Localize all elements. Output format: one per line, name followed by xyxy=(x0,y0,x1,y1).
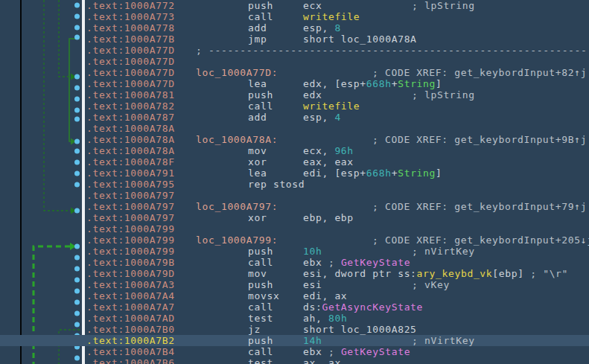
code-token: ; --------------------------------------… xyxy=(196,45,588,56)
listing-row[interactable]: .text:1000A77D xyxy=(0,56,589,67)
code-token: ; xyxy=(328,346,341,357)
listing-row[interactable]: .text:1000A799 xyxy=(0,223,589,234)
code-token: ecx xyxy=(303,0,322,11)
code-token: call xyxy=(248,257,273,268)
code-segment: ebx ; GetKeyState xyxy=(303,257,410,268)
listing-row[interactable]: .text:1000A791leaedi, [esp+668h+String] xyxy=(0,167,589,179)
code-segment: 10h xyxy=(303,246,322,257)
listing-row[interactable]: .text:1000A79Bcallebx ; GetKeyState xyxy=(0,257,589,268)
code-segment: ah, 80h xyxy=(303,313,347,324)
listing-row[interactable]: .text:1000A797xorebp, ebp xyxy=(0,212,589,223)
listing-row[interactable]: .text:1000A77Bjmpshort loc_1000A78A xyxy=(0,33,589,45)
listing-row[interactable]: .text:1000A773callwritefile xyxy=(0,11,589,22)
code-segment: loc_1000A799: xyxy=(196,234,278,246)
listing-row[interactable]: .text:1000A7ADtestah, 80h xyxy=(0,313,589,324)
listing-row[interactable]: .text:1000A78Aloc_1000A78A:; CODE XREF: … xyxy=(0,134,589,145)
address: .text:1000A772 xyxy=(86,0,175,11)
listing-row[interactable]: .text:1000A7B4callebx ; GetKeyState xyxy=(0,346,589,357)
listing-row[interactable]: .text:1000A7A3pushesi; vKey xyxy=(0,279,589,290)
code-token: ary_keybd_vk xyxy=(417,268,493,279)
listing-row[interactable]: .text:1000A77Dleaedx, [esp+668h+String] xyxy=(0,78,589,89)
address: .text:1000A797 xyxy=(86,190,175,201)
code-token: mov xyxy=(248,145,267,156)
code-token: call xyxy=(248,301,273,313)
listing-row[interactable]: .text:1000A797 xyxy=(0,190,589,201)
code-segment: mov xyxy=(248,268,267,279)
code-token: ; vKey xyxy=(412,279,450,290)
code-token: 96h xyxy=(334,145,353,156)
address: .text:1000A78A xyxy=(86,123,175,134)
current-line[interactable]: .text:1000A7B2push14h; nVirtKey xyxy=(0,335,589,346)
code-segment: jz xyxy=(248,324,261,335)
listing-row[interactable]: .text:1000A797loc_1000A797:; CODE XREF: … xyxy=(0,201,589,212)
listing-row[interactable]: .text:1000A7B6testax, ax xyxy=(0,357,589,364)
listing-row[interactable]: .text:1000A799loc_1000A799:; CODE XREF: … xyxy=(0,234,589,246)
code-token: ax, ax xyxy=(303,357,341,364)
code-segment: ; lpString xyxy=(412,89,475,100)
code-segment: push xyxy=(248,279,273,290)
code-segment: writefile xyxy=(303,100,360,112)
listing-row[interactable]: .text:1000A7A7callds:GetAsyncKeyState xyxy=(0,301,589,313)
code-token: push xyxy=(248,89,273,100)
code-segment: test xyxy=(248,357,273,364)
code-segment: lea xyxy=(248,78,267,89)
listing-row[interactable]: .text:1000A78Amovecx, 96h xyxy=(0,145,589,156)
code-token: edi, ax xyxy=(303,290,347,301)
code-token: GetKeyState xyxy=(341,346,410,357)
listing-row[interactable]: .text:1000A778addesp, 8 xyxy=(0,22,589,33)
address: .text:1000A78A xyxy=(86,134,175,145)
listing-row[interactable]: .text:1000A799push10h; nVirtKey xyxy=(0,246,589,257)
code-segment: esp, 4 xyxy=(303,112,341,123)
listing-row[interactable]: .text:1000A781pushedx; lpString xyxy=(0,89,589,100)
code-token: ah, xyxy=(303,313,328,324)
code-token: test xyxy=(248,313,273,324)
code-token: jz xyxy=(248,324,261,335)
listing-row[interactable]: .text:1000A772pushecx; lpString xyxy=(0,0,589,11)
code-token: ] xyxy=(436,78,442,89)
listing-row[interactable]: .text:1000A7B0jzshort loc_1000A825 xyxy=(0,324,589,335)
address: .text:1000A782 xyxy=(86,100,175,112)
code-token: push xyxy=(248,279,273,290)
code-segment: lea xyxy=(248,167,267,179)
address: .text:1000A7B2 xyxy=(86,335,175,346)
code-token: xor xyxy=(248,212,267,223)
listing-row[interactable]: .text:1000A795rep stosd xyxy=(0,179,589,190)
code-segment: ; --------------------------------------… xyxy=(196,45,588,56)
code-token: mov xyxy=(248,268,267,279)
code-token: ebx xyxy=(303,257,328,268)
code-token: call xyxy=(248,346,273,357)
listing-row[interactable]: .text:1000A782callwritefile xyxy=(0,100,589,112)
listing-row[interactable]: .text:1000A7A4movsxedi, ax xyxy=(0,290,589,301)
code-token: call xyxy=(248,100,273,112)
address: .text:1000A77B xyxy=(86,33,175,45)
code-token: ; CODE XREF: get_keybordInput+79↑j xyxy=(372,201,587,212)
code-segment: loc_1000A797: xyxy=(196,201,278,212)
code-token: ; xyxy=(328,257,341,268)
code-token: ; nVirtKey xyxy=(412,246,475,257)
code-token: writefile xyxy=(303,100,360,112)
code-segment: ecx xyxy=(303,0,322,11)
address: .text:1000A797 xyxy=(86,201,175,212)
code-token: ebp, ebp xyxy=(303,212,354,223)
code-token: test xyxy=(248,357,273,364)
code-segment: push xyxy=(248,246,273,257)
code-segment: ; nVirtKey xyxy=(412,335,475,346)
code-segment: ; CODE XREF: get_keybordInput+82↑j xyxy=(372,67,587,78)
listing-row[interactable]: .text:1000A78A xyxy=(0,123,589,134)
listing-row[interactable]: .text:1000A787addesp, 4 xyxy=(0,112,589,123)
listing-row[interactable]: .text:1000A77Dloc_1000A77D:; CODE XREF: … xyxy=(0,67,589,78)
code-token: loc_1000A77D: xyxy=(196,67,278,78)
address: .text:1000A787 xyxy=(86,112,175,123)
code-token: ebx xyxy=(303,346,328,357)
code-token: writefile xyxy=(303,11,360,22)
listing-row[interactable]: .text:1000A79Dmovesi, dword ptr ss:ary_k… xyxy=(0,268,589,279)
address: .text:1000A78A xyxy=(86,145,175,156)
code-token: ; CODE XREF: get_keybordInput+9B↑j xyxy=(372,134,587,145)
code-segment: ebx ; GetKeyState xyxy=(303,346,410,357)
code-segment: loc_1000A78A: xyxy=(196,134,278,145)
listing-row[interactable]: .text:1000A78Fxoreax, eax xyxy=(0,156,589,167)
code-listing: .text:1000A772pushecx; lpString.text:100… xyxy=(0,0,589,364)
code-token: esp, xyxy=(303,22,334,33)
code-segment: ecx, 96h xyxy=(303,145,354,156)
listing-row[interactable]: .text:1000A77D; ------------------------… xyxy=(0,45,589,56)
